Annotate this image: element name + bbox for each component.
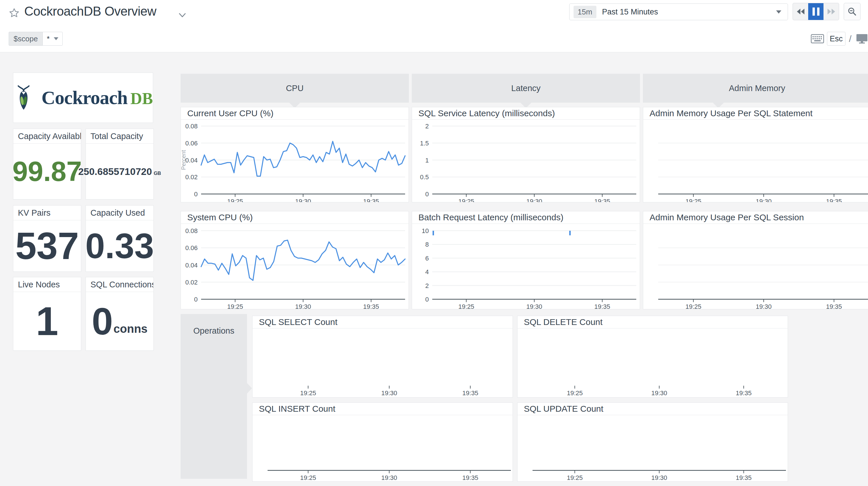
time-range-badge: 15m bbox=[574, 6, 596, 18]
group-header-operations[interactable]: Operations bbox=[181, 314, 247, 479]
cockroachdb-overview-dashboard: CockroachDB Overview 15m Past 15 Minutes bbox=[0, 0, 868, 486]
svg-text:19:35: 19:35 bbox=[736, 474, 751, 481]
svg-text:19:30: 19:30 bbox=[381, 390, 397, 397]
cockroachdb-logo-card: CockroachDB bbox=[13, 73, 153, 123]
pause-icon bbox=[812, 7, 819, 16]
chart-title: SQL DELETE Count bbox=[518, 316, 788, 328]
svg-text:0.5: 0.5 bbox=[420, 173, 429, 181]
metric-card-sql-connections[interactable]: SQL Connections 0conns bbox=[86, 277, 154, 351]
forward-button[interactable] bbox=[824, 3, 839, 20]
svg-text:19:25: 19:25 bbox=[300, 390, 316, 397]
chart-title: SQL INSERT Count bbox=[252, 403, 513, 415]
svg-text:19:35: 19:35 bbox=[594, 303, 610, 309]
svg-text:19:25: 19:25 bbox=[227, 198, 243, 202]
chart-panel-admin-memory-session: Admin Memory Usage Per SQL Session 19:25… bbox=[643, 211, 868, 309]
chart-panel-batch-request-latency: Batch Request Latency (milliseconds) 024… bbox=[412, 211, 640, 309]
chart-title: Admin Memory Usage Per SQL Statement bbox=[643, 107, 868, 120]
svg-text:0.02: 0.02 bbox=[185, 279, 198, 286]
svg-text:0.04: 0.04 bbox=[185, 262, 198, 269]
svg-text:1: 1 bbox=[425, 157, 429, 164]
svg-text:19:35: 19:35 bbox=[826, 198, 842, 202]
svg-text:19:35: 19:35 bbox=[594, 198, 610, 202]
svg-text:Percent: Percent bbox=[181, 150, 187, 170]
cockroach-bug-icon bbox=[13, 81, 34, 115]
group-header-cpu[interactable]: CPU bbox=[181, 74, 409, 103]
group-label: Admin Memory bbox=[729, 84, 785, 93]
svg-text:0.04: 0.04 bbox=[185, 157, 198, 164]
metric-card-total-capacity[interactable]: Total Capacity 250.6855710720GB bbox=[86, 128, 154, 199]
metric-title: Total Capacity bbox=[86, 129, 153, 144]
metric-unit: conns bbox=[114, 322, 148, 335]
time-range-label: Past 15 Minutes bbox=[602, 7, 658, 17]
zoom-out-button[interactable] bbox=[844, 3, 861, 20]
chart-title: SQL SELECT Count bbox=[252, 316, 513, 328]
chart-plot-admin-memory-statement[interactable]: 19:2519:3019:35 bbox=[643, 120, 868, 202]
group-label: Operations bbox=[193, 326, 234, 336]
chart-plot-current-user-cpu[interactable]: 00.020.040.060.0819:2519:3019:35Percent bbox=[181, 120, 409, 202]
chart-title: Admin Memory Usage Per SQL Session bbox=[643, 211, 868, 224]
chart-plot-batch-request-latency[interactable]: 024681019:2519:3019:35 bbox=[412, 224, 640, 309]
caret-down-icon bbox=[776, 10, 781, 13]
slash-separator: / bbox=[849, 33, 851, 44]
chart-panel-sql-update-count: SQL UPDATE Count 19:2519:3019:35 bbox=[517, 402, 788, 482]
svg-text:19:35: 19:35 bbox=[363, 303, 379, 309]
svg-text:19:30: 19:30 bbox=[526, 303, 542, 309]
chart-plot-sql-update-count[interactable]: 19:2519:3019:35 bbox=[518, 415, 788, 481]
chart-panel-sql-delete-count: SQL DELETE Count 19:2519:3019:35 bbox=[517, 316, 788, 398]
chart-plot-sql-insert-count[interactable]: 19:2519:3019:35 bbox=[252, 415, 513, 481]
chart-plot-sql-service-latency[interactable]: 00.511.5219:2519:3019:35 bbox=[412, 120, 640, 202]
metric-title: Capacity Available... bbox=[13, 129, 81, 144]
chart-plot-admin-memory-session[interactable]: 19:2519:3019:35 bbox=[643, 224, 868, 309]
svg-text:10: 10 bbox=[422, 227, 429, 234]
svg-text:19:25: 19:25 bbox=[300, 474, 316, 481]
svg-text:19:30: 19:30 bbox=[651, 390, 667, 397]
chart-panel-admin-memory-statement: Admin Memory Usage Per SQL Statement 19:… bbox=[643, 107, 868, 202]
chart-plot-sql-select-count[interactable]: 19:2519:3019:35 bbox=[252, 328, 513, 397]
metric-card-live-nodes[interactable]: Live Nodes 1 bbox=[13, 277, 81, 351]
svg-text:19:35: 19:35 bbox=[462, 474, 478, 481]
favorite-star-icon[interactable] bbox=[9, 7, 20, 19]
page-title: CockroachDB Overview bbox=[24, 4, 156, 19]
group-header-latency[interactable]: Latency bbox=[412, 74, 640, 103]
esc-button[interactable]: Esc bbox=[827, 32, 845, 46]
chart-title: System CPU (%) bbox=[181, 211, 409, 224]
keyboard-icon[interactable] bbox=[811, 34, 824, 44]
svg-text:0: 0 bbox=[194, 296, 198, 303]
svg-text:0: 0 bbox=[425, 296, 429, 303]
group-label: Latency bbox=[511, 84, 540, 93]
svg-text:19:35: 19:35 bbox=[462, 390, 478, 397]
chart-title: SQL UPDATE Count bbox=[518, 403, 788, 415]
metric-value: 99.87 bbox=[12, 155, 82, 187]
svg-text:0: 0 bbox=[425, 191, 429, 198]
group-label: CPU bbox=[286, 84, 303, 93]
pause-button[interactable] bbox=[808, 3, 824, 20]
caret-down-icon bbox=[54, 37, 58, 40]
svg-text:19:25: 19:25 bbox=[458, 303, 474, 309]
svg-text:19:35: 19:35 bbox=[736, 390, 751, 397]
metric-card-capacity-available[interactable]: Capacity Available... 99.87 bbox=[13, 128, 81, 199]
metric-card-capacity-used[interactable]: Capacity Used 0.33 bbox=[86, 205, 154, 272]
chart-panel-system-cpu: System CPU (%) 00.020.040.060.0819:2519:… bbox=[181, 211, 409, 309]
svg-text:19:30: 19:30 bbox=[526, 198, 542, 202]
magnifier-minus-icon bbox=[847, 7, 857, 17]
template-variable-scope[interactable]: $scope * bbox=[9, 32, 63, 46]
svg-text:19:25: 19:25 bbox=[567, 390, 583, 397]
dashboard-header: CockroachDB Overview 15m Past 15 Minutes bbox=[0, 0, 868, 52]
group-header-admin-memory[interactable]: Admin Memory bbox=[643, 74, 868, 103]
fullscreen-monitor-icon[interactable] bbox=[856, 33, 868, 44]
brand-suffix: DB bbox=[130, 90, 153, 108]
svg-text:1.5: 1.5 bbox=[420, 140, 429, 147]
chart-plot-sql-delete-count[interactable]: 19:2519:3019:35 bbox=[518, 328, 788, 397]
rewind-button[interactable] bbox=[793, 3, 808, 20]
metric-card-kv-pairs[interactable]: KV Pairs 537 bbox=[13, 205, 81, 272]
svg-text:0.08: 0.08 bbox=[185, 122, 198, 130]
metric-value: 1 bbox=[36, 298, 58, 345]
svg-text:19:25: 19:25 bbox=[685, 303, 701, 309]
time-range-picker[interactable]: 15m Past 15 Minutes bbox=[569, 3, 788, 20]
metric-value: 250.6855710720 bbox=[78, 166, 152, 177]
chart-plot-system-cpu[interactable]: 00.020.040.060.0819:2519:3019:35 bbox=[181, 224, 409, 309]
metric-unit: GB bbox=[154, 171, 161, 176]
title-chevron-down-icon[interactable] bbox=[179, 13, 186, 18]
svg-text:2: 2 bbox=[425, 122, 429, 130]
svg-text:0: 0 bbox=[194, 191, 198, 198]
